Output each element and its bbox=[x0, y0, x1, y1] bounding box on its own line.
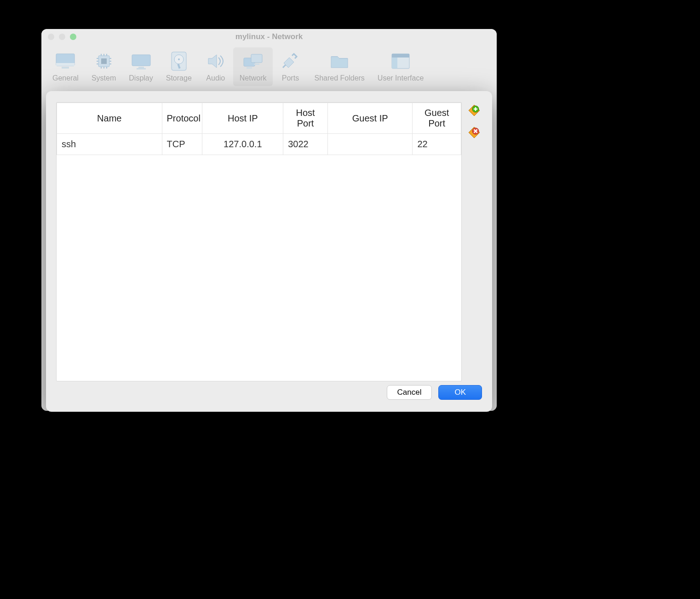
folder-icon bbox=[328, 50, 350, 72]
svg-rect-25 bbox=[251, 54, 262, 63]
tab-label: Storage bbox=[166, 74, 192, 82]
settings-toolbar: General System bbox=[41, 45, 497, 87]
window-close-button[interactable] bbox=[48, 34, 54, 40]
tab-label: Display bbox=[129, 74, 153, 82]
window-title: mylinux - Network bbox=[41, 32, 497, 41]
cell-name[interactable]: ssh bbox=[57, 134, 162, 155]
svg-rect-19 bbox=[137, 68, 146, 69]
svg-rect-4 bbox=[101, 58, 107, 64]
col-guest-ip[interactable]: Guest IP bbox=[327, 103, 413, 134]
monitor-icon bbox=[54, 50, 76, 72]
tab-user-interface[interactable]: User Interface bbox=[371, 47, 430, 86]
network-icon bbox=[242, 50, 264, 72]
tab-label: Shared Folders bbox=[314, 74, 364, 82]
speaker-icon bbox=[205, 50, 227, 72]
cell-host-ip[interactable]: 127.0.0.1 bbox=[202, 134, 283, 155]
chip-icon bbox=[93, 50, 115, 72]
col-host-ip[interactable]: Host IP bbox=[202, 103, 283, 134]
window-zoom-button[interactable] bbox=[70, 34, 76, 40]
ok-button[interactable]: OK bbox=[438, 385, 482, 400]
tab-system[interactable]: System bbox=[85, 47, 122, 86]
tab-storage[interactable]: Storage bbox=[160, 47, 198, 86]
window-minimize-button[interactable] bbox=[59, 34, 65, 40]
svg-rect-1 bbox=[56, 63, 75, 66]
tab-label: Audio bbox=[206, 74, 225, 82]
svg-rect-2 bbox=[62, 67, 69, 69]
remove-rule-button[interactable] bbox=[468, 126, 481, 139]
table-header-row: Name Protocol Host IP Host Port Guest IP… bbox=[57, 103, 461, 134]
port-forwarding-table-wrap: Name Protocol Host IP Host Port Guest IP… bbox=[56, 102, 462, 381]
svg-rect-17 bbox=[132, 55, 150, 66]
tab-general[interactable]: General bbox=[46, 47, 85, 86]
svg-rect-18 bbox=[138, 67, 144, 68]
tab-label: Ports bbox=[282, 74, 299, 82]
svg-rect-26 bbox=[247, 67, 252, 69]
titlebar: mylinux - Network bbox=[41, 29, 497, 45]
svg-rect-31 bbox=[392, 58, 397, 69]
window-layout-icon bbox=[390, 50, 412, 72]
svg-line-28 bbox=[283, 65, 286, 68]
cancel-button[interactable]: Cancel bbox=[387, 385, 432, 400]
port-forwarding-sheet: Name Protocol Host IP Host Port Guest IP… bbox=[46, 91, 492, 412]
cell-guest-port[interactable]: 22 bbox=[413, 134, 461, 155]
ports-icon bbox=[279, 50, 301, 72]
cell-guest-ip[interactable] bbox=[327, 134, 413, 155]
display-icon bbox=[130, 50, 152, 72]
col-guest-port[interactable]: Guest Port bbox=[413, 103, 461, 134]
tab-label: Network bbox=[240, 74, 267, 82]
col-protocol[interactable]: Protocol bbox=[162, 103, 202, 134]
svg-rect-27 bbox=[254, 63, 259, 65]
svg-point-22 bbox=[178, 58, 180, 60]
tab-network[interactable]: Network bbox=[233, 47, 273, 86]
table-row[interactable]: ssh TCP 127.0.0.1 3022 22 bbox=[57, 134, 461, 155]
tab-audio[interactable]: Audio bbox=[198, 47, 233, 86]
add-rule-button[interactable] bbox=[468, 104, 481, 117]
tab-label: General bbox=[52, 74, 79, 82]
cell-host-port[interactable]: 3022 bbox=[283, 134, 328, 155]
tab-label: System bbox=[92, 74, 116, 82]
col-name[interactable]: Name bbox=[57, 103, 162, 134]
cell-protocol[interactable]: TCP bbox=[162, 134, 202, 155]
tab-ports[interactable]: Ports bbox=[273, 47, 308, 86]
col-host-port[interactable]: Host Port bbox=[283, 103, 328, 134]
sheet-footer: Cancel OK bbox=[46, 381, 492, 412]
tab-display[interactable]: Display bbox=[122, 47, 159, 86]
tab-shared-folders[interactable]: Shared Folders bbox=[308, 47, 371, 86]
port-forwarding-table[interactable]: Name Protocol Host IP Host Port Guest IP… bbox=[57, 103, 461, 155]
disk-icon bbox=[168, 50, 190, 72]
tab-label: User Interface bbox=[378, 74, 424, 82]
svg-rect-30 bbox=[392, 54, 409, 58]
